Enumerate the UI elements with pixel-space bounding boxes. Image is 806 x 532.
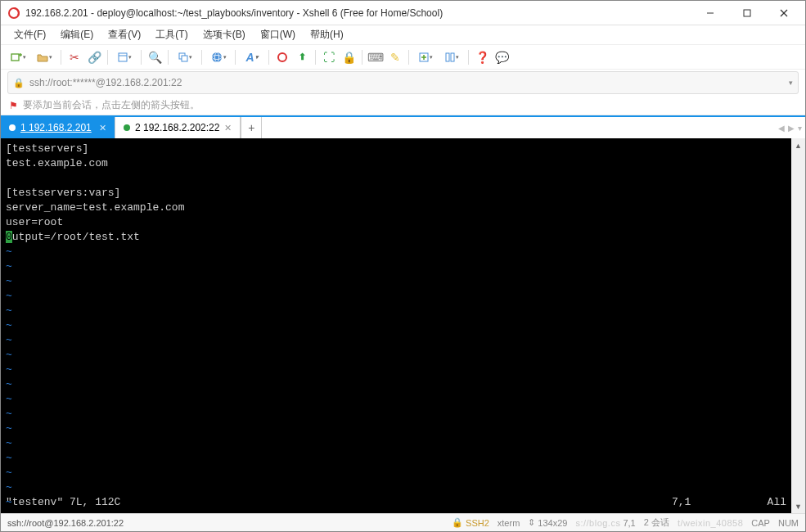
info-text: 要添加当前会话，点击左侧的箭头按钮。 [23, 98, 200, 112]
toolbar-separator [141, 50, 142, 65]
vim-tilde: ~ [6, 363, 12, 376]
scroll-up-icon[interactable]: ▲ [791, 138, 805, 152]
new-session-button[interactable] [6, 48, 30, 66]
xshell-icon[interactable] [273, 48, 291, 66]
status-connection: ssh://root@192.168.2.201:22 [7, 518, 444, 528]
layout-tile-button[interactable] [439, 48, 464, 66]
xftp-button[interactable]: ⬆ [293, 48, 311, 66]
toolbar-separator [468, 50, 469, 65]
tab-menu-icon[interactable]: ▾ [798, 124, 802, 133]
terminal-line: user=root [6, 216, 63, 228]
scroll-down-icon[interactable]: ▼ [791, 499, 805, 513]
copy-button[interactable] [173, 48, 197, 66]
vim-tilde: ~ [6, 304, 12, 317]
tab-close-icon[interactable]: ✕ [99, 123, 106, 133]
vim-tilde: ~ [6, 481, 12, 494]
scroll-track[interactable] [791, 152, 805, 499]
tab-status-icon [124, 124, 130, 131]
reconnect-button[interactable]: ✂ [65, 48, 83, 66]
window-title: 192.168.2.201 - deploy@localhost:~/test_… [25, 7, 691, 19]
menu-edit[interactable]: 编辑(E) [54, 26, 100, 43]
lock-icon: 🔒 [13, 78, 25, 88]
menubar: 文件(F) 编辑(E) 查看(V) 工具(T) 选项卡(B) 窗口(W) 帮助(… [1, 25, 805, 45]
svg-rect-8 [119, 53, 127, 61]
status-cursor: s://blog.cs7,1 [575, 518, 635, 528]
menu-view[interactable]: 查看(V) [101, 26, 147, 43]
svg-point-15 [278, 53, 286, 61]
terminal-line: server_name=test.example.com [6, 201, 184, 214]
window-controls [691, 1, 802, 25]
address-bar[interactable]: 🔒 ssh://root:******@192.168.2.201:22 ▾ [7, 71, 799, 94]
toolbar-separator [201, 50, 202, 65]
menu-window[interactable]: 窗口(W) [254, 26, 302, 43]
address-text: ssh://root:******@192.168.2.201:22 [29, 77, 784, 88]
vim-tilde: ~ [6, 452, 12, 464]
app-window: 192.168.2.201 - deploy@localhost:~/test_… [0, 0, 806, 532]
close-button[interactable] [765, 1, 802, 25]
properties-button[interactable] [112, 48, 137, 66]
vim-tilde: ~ [6, 334, 12, 346]
vim-scroll-pos: All [754, 495, 786, 510]
tab-label: 2 192.168.2.202:22 [135, 122, 219, 133]
address-dropdown-icon[interactable]: ▾ [789, 79, 793, 87]
session-tab-2[interactable]: 2 192.168.2.202:22 ✕ [115, 117, 241, 138]
svg-rect-5 [11, 54, 19, 61]
tab-close-icon[interactable]: ✕ [224, 123, 232, 133]
svg-rect-11 [182, 56, 187, 61]
vim-tilde: ~ [6, 290, 12, 302]
terminal-line: [testservers] [6, 142, 88, 155]
maximize-button[interactable] [728, 1, 765, 25]
terminal-scrollbar[interactable]: ▲ ▼ [791, 138, 805, 513]
disconnect-button[interactable]: 🔗 [85, 48, 103, 66]
help-button[interactable]: ❓ [473, 48, 491, 66]
new-tab-button[interactable]: + [241, 117, 262, 138]
info-bar: ⚑ 要添加当前会话，点击左侧的箭头按钮。 [1, 96, 805, 115]
tab-next-icon[interactable]: ▶ [788, 124, 795, 133]
layout-add-button[interactable] [413, 48, 438, 66]
minimize-button[interactable] [691, 1, 728, 25]
terminal-line: test.example.com [6, 157, 108, 169]
tab-label: 1 192.168.2.201 [20, 122, 94, 133]
vim-tilde: ~ [6, 378, 12, 390]
tab-prev-icon[interactable]: ◀ [778, 124, 785, 133]
toolbar-separator [235, 50, 236, 65]
toolbar-separator [315, 50, 316, 65]
tab-strip: 1 192.168.2.201 ✕ 2 192.168.2.202:22 ✕ +… [1, 115, 805, 138]
terminal-cursor: 0 [6, 231, 12, 243]
toolbar-separator [61, 50, 61, 65]
flag-icon[interactable]: ⚑ [9, 100, 18, 111]
svg-rect-2 [744, 10, 750, 16]
svg-point-12 [212, 52, 222, 62]
vim-tilde: ~ [6, 437, 12, 449]
tab-status-icon [9, 124, 16, 131]
keyboard-button[interactable]: ⌨ [367, 48, 385, 66]
menu-file[interactable]: 文件(F) [7, 26, 52, 43]
status-term-type: xterm [498, 518, 520, 528]
status-caps: CAP [751, 518, 770, 528]
toolbar-separator [268, 50, 269, 65]
status-term-size: ⇕ 134x29 [528, 517, 567, 528]
search-button[interactable]: 🔍 [146, 48, 164, 66]
open-session-button[interactable] [32, 48, 56, 66]
chat-button[interactable]: 💬 [493, 48, 511, 66]
vim-tilde: ~ [6, 260, 12, 273]
terminal[interactable]: [testservers] test.example.com [testserv… [1, 138, 791, 513]
lock-button[interactable]: 🔒 [340, 48, 358, 66]
status-ssh: 🔒 SSH2 [452, 517, 489, 528]
highlight-button[interactable]: ✎ [386, 48, 404, 66]
toolbar-separator [408, 50, 409, 65]
menu-help[interactable]: 帮助(H) [304, 26, 350, 43]
vim-tilde: ~ [6, 393, 12, 405]
menu-tabs[interactable]: 选项卡(B) [196, 26, 252, 43]
status-sessions: 2 会话 [644, 516, 669, 529]
vim-tilde: ~ [6, 349, 12, 361]
vim-tilde: ~ [6, 422, 12, 435]
session-tab-1[interactable]: 1 192.168.2.201 ✕ [1, 117, 115, 138]
titlebar: 192.168.2.201 - deploy@localhost:~/test_… [1, 1, 805, 25]
globe-button[interactable] [206, 48, 231, 66]
font-button[interactable]: A [240, 48, 264, 66]
fullscreen-button[interactable]: ⛶ [320, 48, 338, 66]
menu-tools[interactable]: 工具(T) [149, 26, 194, 43]
vim-tilde: ~ [6, 275, 12, 287]
watermark-text: t/weixin_40858 [678, 518, 743, 528]
